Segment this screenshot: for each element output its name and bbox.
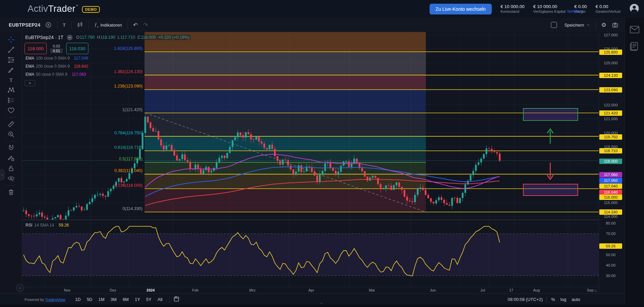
measure-tool[interactable]: [5, 119, 17, 129]
rsi-indicator-legend[interactable]: RSI 14 SMA 14 59.26: [25, 223, 70, 228]
trash-icon: [7, 189, 15, 196]
symbol-search-button[interactable]: EUBTPSEP24: [6, 21, 42, 29]
tradingview-link[interactable]: TradingView: [45, 298, 66, 302]
price-axis[interactable]: 127.000126.000125.000122.000121.000120.0…: [599, 32, 625, 294]
indicator-legend-row[interactable]: EMA50 close 0 SMA 9117.063: [25, 70, 87, 78]
change-value: +0.220 (+0.19%): [158, 35, 189, 40]
toolbar-right-group: Speichern ⚙: [551, 20, 621, 30]
range-button-6m[interactable]: 6M: [120, 296, 131, 303]
messages-button[interactable]: [630, 25, 640, 35]
time-axis-settings-icon[interactable]: ☼: [594, 288, 598, 293]
trend-line-tool[interactable]: [5, 45, 17, 55]
remove-drawings-tool[interactable]: [5, 187, 17, 197]
buy-button[interactable]: 118.030: [66, 43, 88, 54]
news-button[interactable]: [630, 41, 640, 52]
activtrader-logo: ActivTrader™ DEMO: [28, 4, 100, 14]
chart-type-button[interactable]: [74, 20, 86, 30]
lock-all-drawings-tool[interactable]: [5, 163, 17, 173]
toolbar-separator: [57, 21, 57, 29]
indicators-button[interactable]: ƒx Indikatoren: [92, 21, 125, 30]
pencil-lock-icon: [7, 155, 15, 162]
screenshot-button[interactable]: [609, 20, 621, 30]
scale-button-log[interactable]: log: [559, 296, 567, 303]
fib-retracement-tool[interactable]: [5, 55, 17, 65]
chart-toolbar: EUBTPSEP24 T ƒx Indikatoren ↶ ↷ Speicher…: [0, 18, 625, 32]
time-tick: Aug: [533, 288, 540, 292]
indicator-legend-row[interactable]: EMA200 close 0 SMA 9116.642: [25, 62, 89, 70]
stat-label: Verfügbares Kapital: [533, 9, 565, 14]
price-axis-badge: 116.640: [599, 190, 622, 195]
range-button-5d[interactable]: 5D: [84, 296, 95, 303]
forecast-tool[interactable]: [5, 95, 17, 105]
stat-value: € 0.00: [574, 4, 587, 9]
stay-in-drawing-mode-tool[interactable]: [5, 153, 17, 163]
stat-value: € 10 000.00: [500, 4, 524, 9]
demo-badge: DEMO: [82, 6, 100, 13]
rsi-value: 59.26: [59, 223, 69, 228]
fx-icon: ƒx: [94, 22, 98, 28]
legend-collapse-button[interactable]: [25, 80, 35, 86]
indicator-value: 117.063: [72, 72, 86, 77]
price-zone-rectangle-1[interactable]: [523, 184, 578, 196]
plus-circle-icon: [45, 22, 52, 28]
go-to-date-button[interactable]: [173, 296, 180, 303]
chart-settings-button[interactable]: ⚙: [599, 20, 609, 30]
price-axis-badge: 121.420: [599, 110, 622, 116]
price-axis-badge: 117.060: [599, 172, 622, 177]
brush-tool[interactable]: [5, 65, 17, 75]
zoom-in-tool[interactable]: [5, 129, 17, 139]
range-button-5y[interactable]: 5Y: [144, 296, 154, 303]
powered-by: Powered by TradingView: [25, 298, 66, 302]
pattern-xabcd-tool[interactable]: [5, 85, 17, 95]
magnet-mode-tool[interactable]: [5, 143, 17, 153]
price-axis-badge: 116.000: [599, 195, 622, 200]
layout-checkbox[interactable]: [551, 22, 557, 28]
indicator-legend-row[interactable]: EMA100 close 0 SMA 9117.049: [25, 54, 89, 62]
indicator-legend-rows: EMA100 close 0 SMA 9117.049EMA200 close …: [25, 54, 191, 78]
sell-button[interactable]: 118.000: [25, 43, 47, 54]
range-button-all[interactable]: All: [155, 296, 165, 303]
price-axis-badge: 118.000: [599, 159, 622, 164]
range-button-1y[interactable]: 1Y: [132, 296, 143, 303]
chart-area[interactable]: EuBTPSep24 · 1T – O117.790H118.190L117.7…: [22, 32, 599, 287]
account-stat: € 10 000.00Verfügbares Kapital: [533, 4, 565, 14]
powered-by-label: Powered by: [25, 298, 44, 302]
watchlist-expand-handle[interactable]: ›: [0, 169, 5, 180]
toolbar-separator: [127, 21, 128, 29]
crosshair-tool[interactable]: [5, 35, 17, 45]
session-clock[interactable]: 08:00:08 (UTC+2): [508, 297, 542, 302]
save-layout-button[interactable]: Speichern: [562, 21, 593, 29]
footer-chevron-up-icon[interactable]: ⌃: [320, 302, 323, 306]
bottom-separator: [169, 296, 170, 303]
bottom-separator: [546, 296, 547, 303]
range-button-1m[interactable]: 1M: [96, 296, 107, 303]
scale-button-auto[interactable]: auto: [570, 296, 581, 303]
direction-arrow-down[interactable]: [547, 163, 553, 179]
price-axis-label: 127.000: [599, 33, 622, 37]
icons-emoji-tool[interactable]: [5, 105, 17, 115]
scale-button-%[interactable]: %: [550, 296, 557, 303]
indicator-params: 50 close 0 SMA 9: [36, 72, 67, 77]
camera-icon: [612, 22, 618, 28]
scroll-left-button[interactable]: ‹: [16, 284, 24, 292]
hide-all-drawings-tool[interactable]: [5, 173, 17, 183]
indicator-value: 117.049: [74, 56, 88, 61]
rsi-params: 14 SMA 14: [34, 223, 54, 228]
switch-to-live-account-button[interactable]: Zu Live-Konto wechseln: [430, 4, 492, 14]
price-zone-rectangle-0[interactable]: [523, 108, 578, 121]
interval-button[interactable]: T: [60, 21, 68, 29]
indicator-params: 200 close 0 SMA 9: [36, 64, 70, 69]
range-button-1d[interactable]: 1D: [73, 296, 83, 303]
time-tick: Jun: [430, 288, 436, 292]
range-button-3m[interactable]: 3M: [108, 296, 119, 303]
compare-add-symbol-button[interactable]: [42, 20, 54, 30]
save-tooltip: Speichern: [567, 9, 583, 13]
time-axis[interactable]: ‹ ☼ NovDez2024FebMrzAprMaiJunJul17AugSep: [22, 287, 599, 294]
symbol-legend-title[interactable]: EuBTPSep24 · 1T: [25, 34, 64, 40]
avatar[interactable]: [629, 3, 639, 15]
undo-button[interactable]: ↶: [130, 20, 140, 30]
legend-collapse-circle-button[interactable]: –: [67, 35, 73, 40]
lock-icon: [7, 165, 15, 172]
text-tool[interactable]: T: [5, 75, 17, 85]
redo-button[interactable]: ↷: [140, 20, 151, 30]
